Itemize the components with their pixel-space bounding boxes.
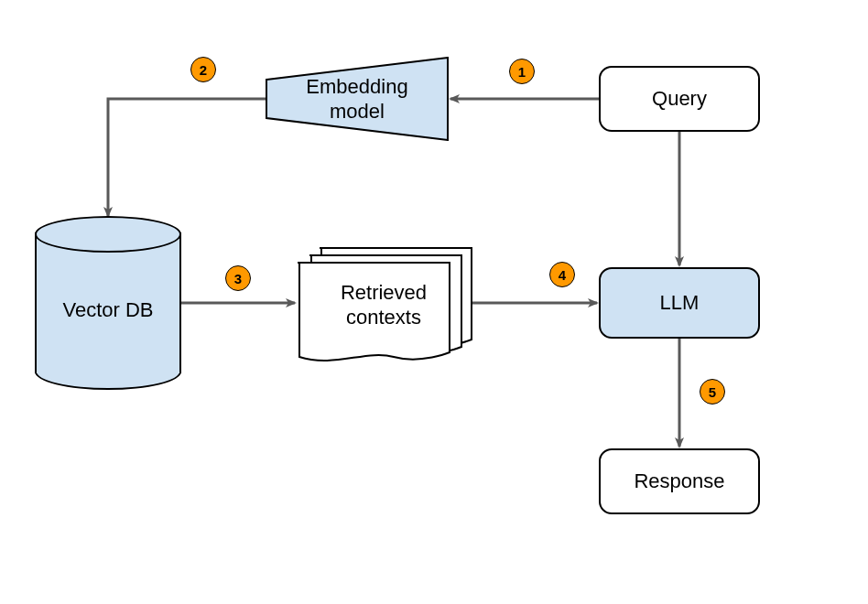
step-badge-5-label: 5 xyxy=(709,384,716,400)
llm-node: LLM xyxy=(599,267,760,339)
response-label: Response xyxy=(634,469,724,494)
step-badge-4: 4 xyxy=(549,262,575,287)
step-badge-2: 2 xyxy=(190,57,216,82)
step-badge-3-label: 3 xyxy=(234,271,242,286)
vector-db-label: Vector DB xyxy=(35,298,181,322)
arrow-embedding-to-vectordb xyxy=(108,99,266,216)
embedding-model-label: Embedding model xyxy=(306,74,407,124)
step-badge-2-label: 2 xyxy=(200,62,207,78)
retrieved-contexts-label: Retrieved contexts xyxy=(341,280,427,330)
cylinder-top xyxy=(35,216,181,253)
embedding-model-node: Embedding model xyxy=(266,57,449,141)
query-node: Query xyxy=(599,66,760,132)
llm-label: LLM xyxy=(660,290,700,316)
step-badge-1-label: 1 xyxy=(518,64,526,80)
response-node: Response xyxy=(599,448,760,514)
retrieved-contexts-node: Retrieved contexts xyxy=(295,247,472,362)
step-badge-1: 1 xyxy=(509,59,535,84)
query-label: Query xyxy=(652,86,707,112)
step-badge-5: 5 xyxy=(700,379,725,404)
vector-db-node: Vector DB xyxy=(35,216,181,390)
step-badge-4-label: 4 xyxy=(559,267,566,283)
step-badge-3: 3 xyxy=(225,265,251,291)
